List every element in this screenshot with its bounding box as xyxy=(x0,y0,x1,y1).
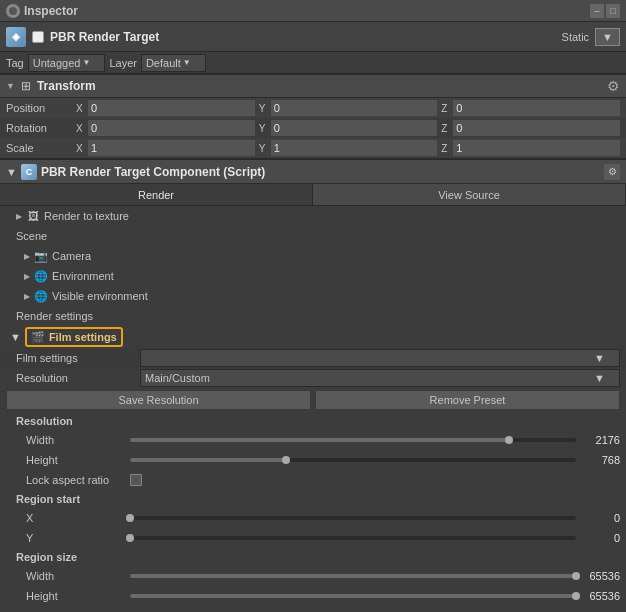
inspector-scroll[interactable]: ◈ PBR Render Target Static ▼ Tag Untagge… xyxy=(0,22,626,612)
environment-arrow: ▶ xyxy=(24,272,30,281)
layer-dropdown[interactable]: Default ▼ xyxy=(141,54,206,72)
scale-z-input[interactable] xyxy=(453,140,620,156)
scale-x-label: X xyxy=(76,143,86,154)
resolution-dropdown[interactable]: Main/Custom ▼ xyxy=(140,369,620,387)
window-title: Inspector xyxy=(24,4,78,18)
maximize-button[interactable]: □ xyxy=(606,4,620,18)
x-slider-thumb[interactable] xyxy=(126,514,134,522)
tree-visible-environment[interactable]: ▶ 🌐 Visible environment xyxy=(0,286,626,306)
resolution-label: Resolution xyxy=(16,372,136,384)
rotation-y-label: Y xyxy=(259,123,269,134)
position-y-label: Y xyxy=(259,103,269,114)
render-to-texture-icon: 🖼 xyxy=(26,209,40,223)
height-size-label: Height xyxy=(26,590,126,602)
tree-camera[interactable]: ▶ 📷 Camera xyxy=(0,246,626,266)
y-slider[interactable] xyxy=(130,536,576,540)
width-slider-thumb[interactable] xyxy=(505,436,513,444)
static-dropdown[interactable]: ▼ xyxy=(595,28,620,46)
tab-view-source[interactable]: View Source xyxy=(313,184,626,205)
camera-arrow: ▶ xyxy=(24,252,30,261)
x-slider[interactable] xyxy=(130,516,576,520)
x-slider-row: X 0 xyxy=(0,508,626,528)
width-value: 2176 xyxy=(580,434,620,446)
position-xyz: X Y Z xyxy=(76,100,620,116)
transform-header[interactable]: ▼ ⊞ Transform ⚙ xyxy=(0,74,626,98)
x-label: X xyxy=(26,512,126,524)
rotation-x-input[interactable] xyxy=(88,120,255,136)
transform-rotation-row: Rotation X Y Z xyxy=(0,118,626,138)
save-resolution-button[interactable]: Save Resolution xyxy=(6,390,311,410)
position-z-input[interactable] xyxy=(453,100,620,116)
tab-bar: Render View Source xyxy=(0,184,626,206)
width-size-slider-thumb[interactable] xyxy=(572,572,580,580)
rotation-label: Rotation xyxy=(6,122,76,134)
transform-gear-icon[interactable]: ⚙ xyxy=(607,78,620,94)
tag-label: Tag xyxy=(6,57,24,69)
height-slider-fill xyxy=(130,458,286,462)
lock-aspect-label: Lock aspect ratio xyxy=(26,474,126,486)
tag-dropdown[interactable]: Untagged ▼ xyxy=(28,54,106,72)
tag-dropdown-arrow: ▼ xyxy=(82,58,90,67)
resolution-row: Resolution Main/Custom ▼ xyxy=(0,368,626,388)
height-size-slider-row: Height 65536 xyxy=(0,586,626,606)
film-settings-header[interactable]: ▼ 🎬 Film settings xyxy=(0,326,626,348)
object-name: PBR Render Target xyxy=(50,30,556,44)
position-y-input[interactable] xyxy=(271,100,438,116)
width-size-slider-fill xyxy=(130,574,576,578)
minimize-button[interactable]: – xyxy=(590,4,604,18)
tree-scene[interactable]: Scene xyxy=(0,226,626,246)
tree-environment[interactable]: ▶ 🌐 Environment xyxy=(0,266,626,286)
rotation-z-label: Z xyxy=(441,123,451,134)
film-settings-dropdown[interactable]: ▼ xyxy=(140,349,620,367)
lock-aspect-row: Lock aspect ratio xyxy=(0,470,626,490)
width-size-slider[interactable] xyxy=(130,574,576,578)
height-value: 768 xyxy=(580,454,620,466)
visible-environment-icon: 🌐 xyxy=(34,289,48,303)
film-settings-row: Film settings ▼ xyxy=(0,348,626,368)
y-slider-row: Y 0 xyxy=(0,528,626,548)
tree-render-to-texture[interactable]: ▶ 🖼 Render to texture xyxy=(0,206,626,226)
rotation-z-input[interactable] xyxy=(453,120,620,136)
width-slider[interactable] xyxy=(130,438,576,442)
lock-aspect-checkbox[interactable] xyxy=(130,474,142,486)
tree-render-settings[interactable]: Render settings xyxy=(0,306,626,326)
transform-position-row: Position X Y Z xyxy=(0,98,626,118)
transform-icon: ⊞ xyxy=(19,79,33,93)
resolution-group-label: Resolution xyxy=(0,412,626,430)
scale-label: Scale xyxy=(6,142,76,154)
object-active-checkbox[interactable] xyxy=(32,31,44,43)
scale-z-label: Z xyxy=(441,143,451,154)
rotation-y-input[interactable] xyxy=(271,120,438,136)
x-value: 0 xyxy=(580,512,620,524)
position-x-input[interactable] xyxy=(88,100,255,116)
title-bar: Inspector – □ xyxy=(0,0,626,22)
height-slider-thumb[interactable] xyxy=(282,456,290,464)
height-size-slider[interactable] xyxy=(130,594,576,598)
component-icon: C xyxy=(21,164,37,180)
resolution-dropdown-arrow: ▼ xyxy=(594,372,605,384)
width-slider-row: Width 2176 xyxy=(0,430,626,450)
film-settings-arrow: ▼ xyxy=(10,331,21,343)
object-header: ◈ PBR Render Target Static ▼ xyxy=(0,22,626,52)
window-controls: – □ xyxy=(590,4,620,18)
height-size-slider-thumb[interactable] xyxy=(572,592,580,600)
remove-preset-button[interactable]: Remove Preset xyxy=(315,390,620,410)
scale-y-input[interactable] xyxy=(271,140,438,156)
static-label: Static xyxy=(562,31,590,43)
width-size-value: 65536 xyxy=(580,570,620,582)
y-slider-thumb[interactable] xyxy=(126,534,134,542)
component-header: ▼ C PBR Render Target Component (Script)… xyxy=(0,158,626,184)
width-size-slider-row: Width 65536 xyxy=(0,566,626,586)
height-label: Height xyxy=(26,454,126,466)
position-label: Position xyxy=(6,102,76,114)
height-slider[interactable] xyxy=(130,458,576,462)
film-settings-sub-label: Film settings xyxy=(16,352,136,364)
transform-title: Transform xyxy=(37,79,603,93)
transform-arrow: ▼ xyxy=(6,81,15,91)
transform-scale-row: Scale X Y Z xyxy=(0,138,626,158)
camera-icon: 📷 xyxy=(34,249,48,263)
scale-x-input[interactable] xyxy=(88,140,255,156)
component-title: PBR Render Target Component (Script) xyxy=(41,165,600,179)
tab-render[interactable]: Render xyxy=(0,184,313,205)
component-settings-button[interactable]: ⚙ xyxy=(604,164,620,180)
